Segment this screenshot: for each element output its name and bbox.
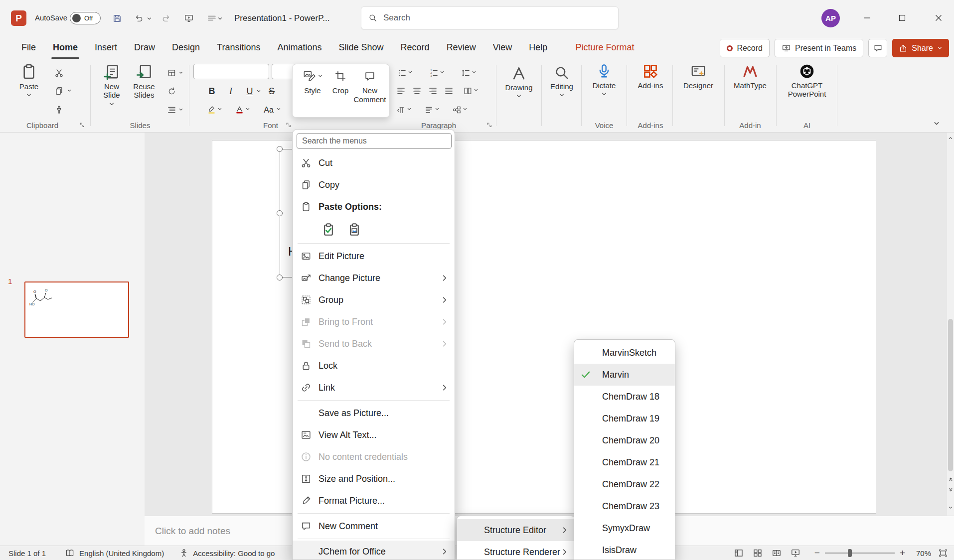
font-dialog-launcher-icon[interactable]: [285, 122, 292, 129]
font-color-dropdown[interactable]: [245, 107, 250, 112]
menu-item-size-and-position[interactable]: Size and Position...: [293, 468, 455, 490]
line-spacing-button[interactable]: [459, 66, 473, 80]
flyout-item-chemdraw-22[interactable]: ChemDraw 22: [574, 473, 675, 495]
font-color-button[interactable]: [232, 103, 246, 117]
section-button[interactable]: [164, 103, 178, 117]
autosave-toggle[interactable]: Off: [70, 12, 101, 24]
collapse-ribbon-button[interactable]: [933, 120, 940, 127]
paragraph-dialog-launcher-icon[interactable]: [486, 122, 493, 129]
normal-view-button[interactable]: [734, 548, 744, 558]
tab-review[interactable]: Review: [438, 36, 484, 59]
undo-button[interactable]: [133, 12, 146, 25]
menu-item-format-picture[interactable]: Format Picture...: [293, 490, 455, 512]
tab-picture-format[interactable]: Picture Format: [567, 36, 642, 59]
flyout-item-marvinsketch[interactable]: MarvinSketch: [574, 342, 675, 364]
previous-slide-button[interactable]: [947, 474, 954, 483]
flyout-item-isisdraw[interactable]: IsisDraw: [574, 539, 675, 560]
menu-item-view-alt-text[interactable]: View Alt Text...: [293, 424, 455, 446]
paste-keep-formatting-button[interactable]: [318, 220, 338, 240]
tab-slide-show[interactable]: Slide Show: [330, 36, 392, 59]
columns-button[interactable]: [461, 84, 475, 98]
reading-view-button[interactable]: [772, 548, 782, 558]
designer-button[interactable]: Designer: [675, 63, 721, 90]
font-name-combo[interactable]: [193, 64, 269, 79]
text-highlight-button[interactable]: [204, 103, 218, 117]
bold-button[interactable]: B: [204, 84, 219, 99]
search-bar[interactable]: [361, 6, 619, 29]
mathtype-button[interactable]: MathType: [727, 63, 773, 90]
avatar[interactable]: AP: [821, 9, 840, 27]
flyout-item-chemdraw-20[interactable]: ChemDraw 20: [574, 429, 675, 451]
tab-insert[interactable]: Insert: [86, 36, 126, 59]
underline-dropdown[interactable]: [256, 89, 261, 94]
selection-handle-top-left[interactable]: [277, 146, 283, 152]
menu-item-edit-picture[interactable]: Edit Picture: [293, 245, 455, 267]
new-slide-button[interactable]: New Slide: [98, 63, 126, 107]
zoom-in-button[interactable]: +: [900, 548, 905, 559]
redo-button[interactable]: [159, 12, 172, 25]
minimize-button[interactable]: [855, 6, 879, 30]
selection-handle-bottom-left[interactable]: [277, 275, 283, 280]
tab-home[interactable]: Home: [44, 36, 86, 59]
strikethrough-button[interactable]: S: [264, 84, 279, 99]
bullets-button[interactable]: [395, 66, 409, 80]
flyout-item-chemdraw-18[interactable]: ChemDraw 18: [574, 386, 675, 408]
scroll-down-button[interactable]: [947, 503, 954, 512]
maximize-button[interactable]: [890, 6, 914, 30]
flyout-item-chemdraw-21[interactable]: ChemDraw 21: [574, 451, 675, 473]
undo-dropdown[interactable]: [146, 12, 153, 25]
cut-button[interactable]: [52, 66, 66, 80]
present-in-teams-button[interactable]: Present in Teams: [775, 39, 863, 57]
tab-animations[interactable]: Animations: [269, 36, 330, 59]
tab-help[interactable]: Help: [520, 36, 556, 59]
paste-as-picture-button[interactable]: [344, 220, 364, 240]
align-center-button[interactable]: [410, 84, 424, 98]
paste-button[interactable]: Paste: [14, 63, 44, 98]
dictate-button[interactable]: Dictate: [584, 63, 624, 97]
next-slide-button[interactable]: [947, 485, 954, 494]
slide-layout-dropdown[interactable]: [177, 68, 184, 77]
menu-item-new-comment[interactable]: New Comment: [293, 515, 455, 537]
flyout-item-marvin[interactable]: Marvin: [574, 364, 675, 386]
scroll-up-button[interactable]: [947, 134, 954, 142]
tab-draw[interactable]: Draw: [126, 36, 163, 59]
menu-search-input[interactable]: [297, 133, 452, 149]
slide-editor-area[interactable]: O O HO: [145, 133, 947, 516]
close-button[interactable]: [927, 6, 951, 30]
slide-sorter-view-button[interactable]: [753, 548, 763, 558]
flyout-item-chemdraw-19[interactable]: ChemDraw 19: [574, 408, 675, 429]
italic-button[interactable]: I: [223, 84, 238, 99]
share-button[interactable]: Share: [892, 39, 949, 57]
change-case-button[interactable]: Aa: [261, 103, 276, 118]
align-text-dropdown[interactable]: [435, 107, 440, 112]
scrollbar-thumb[interactable]: [948, 319, 953, 471]
comments-button[interactable]: [868, 39, 887, 57]
numbering-button[interactable]: [427, 66, 441, 80]
text-direction-button[interactable]: [394, 103, 408, 117]
text-highlight-dropdown[interactable]: [217, 107, 222, 112]
copy-button[interactable]: [52, 84, 66, 98]
menu-item-jchem-for-office[interactable]: JChem for Office: [293, 541, 455, 560]
text-direction-dropdown[interactable]: [407, 107, 412, 112]
justify-button[interactable]: [442, 84, 456, 98]
drawing-menu-button[interactable]: Drawing: [498, 65, 540, 99]
bullets-dropdown[interactable]: [408, 70, 413, 75]
record-button[interactable]: Record: [720, 39, 770, 57]
convert-to-smartart-button[interactable]: [450, 103, 464, 117]
line-spacing-dropdown[interactable]: [472, 70, 477, 75]
numbering-dropdown[interactable]: [440, 70, 445, 75]
new-comment-mini-button[interactable]: New Comment: [353, 69, 386, 104]
selection-handle-middle-left[interactable]: [277, 210, 283, 216]
picture-style-button[interactable]: Style: [300, 69, 325, 95]
add-ins-button[interactable]: Add-ins: [630, 63, 671, 90]
menu-item-cut[interactable]: Cut: [293, 152, 455, 174]
tab-view[interactable]: View: [484, 36, 521, 59]
zoom-slider[interactable]: [825, 553, 895, 554]
slide-show-button[interactable]: [791, 548, 800, 558]
search-input[interactable]: [383, 13, 583, 23]
zoom-level[interactable]: 70%: [912, 549, 931, 558]
align-right-button[interactable]: [426, 84, 440, 98]
language-status[interactable]: English (United Kingdom): [79, 549, 164, 558]
slide-layout-button[interactable]: [164, 66, 178, 80]
change-case-dropdown[interactable]: [276, 107, 281, 112]
